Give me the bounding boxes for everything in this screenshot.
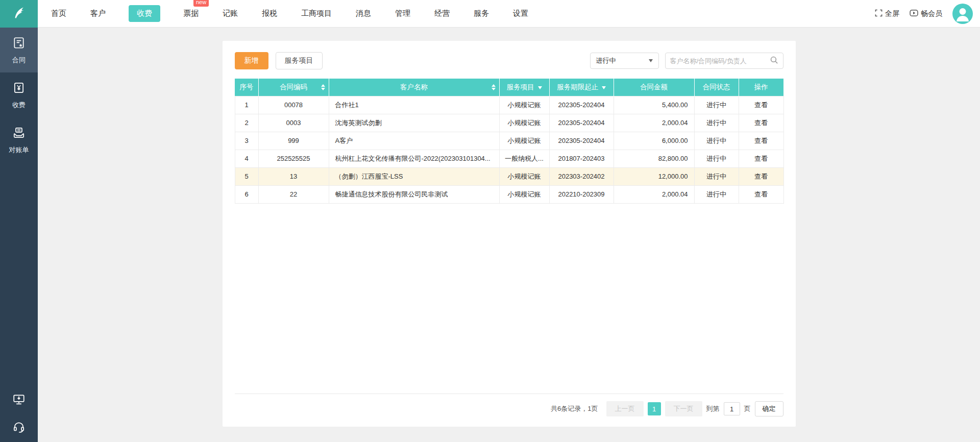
new-badge: new xyxy=(193,0,209,7)
cell-amount: 6,000.00 xyxy=(614,132,694,150)
table-row-selected[interactable]: 5 13 （勿删）江西服宝-LSS 小规模记账 202303-202402 12… xyxy=(235,167,783,185)
topbar: 首页 客户 收费 票据 new 记账 报税 工商项目 消息 管理 经营 服务 设… xyxy=(0,0,980,28)
nav-customers[interactable]: 客户 xyxy=(89,5,107,22)
view-link[interactable]: 查看 xyxy=(754,101,768,109)
records-summary: 共6条记录，1页 xyxy=(551,404,598,413)
cell-service: 小规模记账 xyxy=(499,132,549,150)
nav-fees[interactable]: 收费 xyxy=(129,5,160,22)
sidebar-bottom xyxy=(0,393,38,436)
cell-status: 进行中 xyxy=(694,114,739,132)
cell-service: 一般纳税人... xyxy=(499,150,549,167)
next-page-button[interactable]: 下一页 xyxy=(665,401,702,416)
cell-seq: 3 xyxy=(235,132,258,150)
pagination: 共6条记录，1页 上一页 1 下一页 到第 页 确定 xyxy=(235,394,783,422)
search-input[interactable] xyxy=(670,57,770,65)
current-page-button[interactable]: 1 xyxy=(648,402,661,415)
nav-messages[interactable]: 消息 xyxy=(355,5,372,22)
main-area: 新增 服务项目 进行中 xyxy=(38,28,980,442)
goto-prefix-label: 到第 xyxy=(706,404,720,413)
nav-settings[interactable]: 设置 xyxy=(512,5,529,22)
filter-icon[interactable] xyxy=(538,86,542,89)
view-link[interactable]: 查看 xyxy=(754,119,768,127)
goto-suffix-label: 页 xyxy=(744,404,751,413)
cell-amount: 82,800.00 xyxy=(614,150,694,167)
member-button[interactable]: 畅会员 xyxy=(910,9,942,19)
fullscreen-icon xyxy=(875,9,883,18)
table-row[interactable]: 3 999 A客户 小规模记账 202305-202404 6,000.00 进… xyxy=(235,132,783,150)
cell-amount: 2,000.04 xyxy=(614,114,694,132)
cell-period: 202210-202309 xyxy=(549,185,614,203)
cell-customer: 杭州杠上花文化传播有限公司-2022(202303101304... xyxy=(329,150,499,167)
view-link[interactable]: 查看 xyxy=(754,137,768,144)
table-row[interactable]: 1 00078 合作社1 小规模记账 202305-202404 5,400.0… xyxy=(235,96,783,114)
nav-management[interactable]: 管理 xyxy=(394,5,411,22)
status-filter-select[interactable]: 进行中 xyxy=(590,53,659,69)
goto-page-input[interactable] xyxy=(724,402,740,415)
cell-customer: 畅捷通信息技术股份有限公司民非测试 xyxy=(329,185,499,203)
toolbar: 新增 服务项目 进行中 xyxy=(235,52,783,69)
cell-amount: 5,400.00 xyxy=(614,96,694,114)
main-nav: 首页 客户 收费 票据 new 记账 报税 工商项目 消息 管理 经营 服务 设… xyxy=(50,5,529,22)
cell-code: 0003 xyxy=(258,114,329,132)
prev-page-button[interactable]: 上一页 xyxy=(606,401,644,416)
sort-icon[interactable] xyxy=(321,84,325,90)
status-filter-value: 进行中 xyxy=(596,56,616,65)
filter-icon[interactable] xyxy=(602,86,606,89)
feather-logo-icon xyxy=(11,5,27,22)
confirm-button[interactable]: 确定 xyxy=(755,401,783,416)
view-link[interactable]: 查看 xyxy=(754,190,768,198)
cell-amount: 12,000.00 xyxy=(614,167,694,185)
cell-seq: 5 xyxy=(235,167,258,185)
cell-code: 999 xyxy=(258,132,329,150)
col-customer-name-label: 客户名称 xyxy=(400,83,428,91)
contracts-table: 序号 合同编码 客户名称 服务项目 服务期限起 xyxy=(235,79,784,204)
cell-customer: 合作社1 xyxy=(329,96,499,114)
sort-icon[interactable] xyxy=(492,84,496,90)
client-download-icon[interactable] xyxy=(12,393,26,408)
cell-action: 查看 xyxy=(739,167,783,185)
nav-operations[interactable]: 经营 xyxy=(433,5,451,22)
nav-bookkeeping[interactable]: 记账 xyxy=(222,5,239,22)
col-service-period-label: 服务期限起止 xyxy=(557,83,598,91)
cell-service: 小规模记账 xyxy=(499,185,549,203)
cell-code: 00078 xyxy=(258,96,329,114)
col-service-item-label: 服务项目 xyxy=(507,83,534,91)
nav-business-projects[interactable]: 工商项目 xyxy=(300,5,333,22)
app-logo[interactable] xyxy=(0,0,38,28)
avatar[interactable] xyxy=(952,4,973,24)
cell-customer: A客户 xyxy=(329,132,499,150)
sidebar-item-label: 对账单 xyxy=(9,145,29,155)
nav-home[interactable]: 首页 xyxy=(50,5,67,22)
cell-status: 进行中 xyxy=(694,185,739,203)
fullscreen-button[interactable]: 全屏 xyxy=(875,9,899,18)
view-link[interactable]: 查看 xyxy=(754,173,768,180)
cell-period: 201807-202403 xyxy=(549,150,614,167)
cell-action: 查看 xyxy=(739,96,783,114)
nav-invoices[interactable]: 票据 new xyxy=(182,5,200,22)
col-contract-code-label: 合同编码 xyxy=(280,83,307,91)
member-label: 畅会员 xyxy=(921,9,942,18)
view-link[interactable]: 查看 xyxy=(754,155,768,162)
sidebar-item-fees[interactable]: 收费 xyxy=(0,72,38,117)
support-icon[interactable] xyxy=(12,421,26,436)
service-items-button[interactable]: 服务项目 xyxy=(276,52,323,69)
cell-seq: 6 xyxy=(235,185,258,203)
nav-tax-filing[interactable]: 报税 xyxy=(261,5,278,22)
contracts-card: 新增 服务项目 进行中 xyxy=(223,41,796,427)
chevron-down-icon xyxy=(649,59,653,62)
cell-status: 进行中 xyxy=(694,132,739,150)
sidebar-item-statements[interactable]: 对账单 xyxy=(0,117,38,162)
table-row[interactable]: 2 0003 沈海英测试勿删 小规模记账 202305-202404 2,000… xyxy=(235,114,783,132)
search-icon[interactable] xyxy=(770,56,778,66)
add-button[interactable]: 新增 xyxy=(235,52,268,69)
nav-services[interactable]: 服务 xyxy=(473,5,490,22)
table-row[interactable]: 4 252525525 杭州杠上花文化传播有限公司-2022(202303101… xyxy=(235,150,783,167)
cell-status: 进行中 xyxy=(694,167,739,185)
table-row[interactable]: 6 22 畅捷通信息技术股份有限公司民非测试 小规模记账 202210-2023… xyxy=(235,185,783,203)
cell-customer: 沈海英测试勿删 xyxy=(329,114,499,132)
topbar-right: 全屏 畅会员 xyxy=(875,4,973,24)
sidebar-item-contracts[interactable]: 合同 xyxy=(0,28,38,72)
cell-code: 13 xyxy=(258,167,329,185)
cell-code: 252525525 xyxy=(258,150,329,167)
cell-seq: 1 xyxy=(235,96,258,114)
